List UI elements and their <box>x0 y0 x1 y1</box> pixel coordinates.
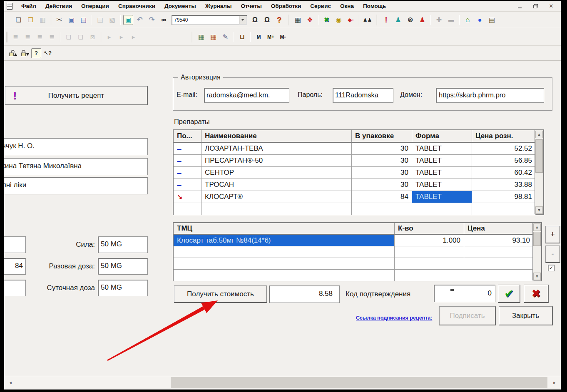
horizontal-scrollbar[interactable]: ◂ ▸ <box>4 376 561 389</box>
drug-marker-cell[interactable]: – <box>174 155 201 167</box>
find-icon[interactable]: ∞ <box>158 15 169 25</box>
help-icon[interactable]: ? <box>274 15 285 25</box>
drug-name-cell[interactable]: СЕНТОР <box>201 167 352 179</box>
search-combo[interactable]: 79540 <box>172 15 247 25</box>
drug-pack-cell[interactable]: 30 <box>352 155 412 167</box>
tmc-price-cell[interactable] <box>464 246 534 258</box>
vertical-scrollbar[interactable]: ▲▼ <box>532 223 541 280</box>
drug-marker-cell[interactable]: – <box>174 167 201 179</box>
drug-pack-cell[interactable]: 30 <box>352 167 412 179</box>
restore-button[interactable] <box>532 3 538 9</box>
email-field[interactable]: radomska@med.km. <box>204 88 289 103</box>
drug-marker-cell[interactable]: ↘ <box>174 191 201 203</box>
confirm-code-field[interactable]: 0 <box>434 285 495 302</box>
close-form-button[interactable]: Закрыть <box>499 306 553 325</box>
cut-icon[interactable]: ✂ <box>54 15 65 25</box>
drug-form-cell[interactable]: TABLET <box>412 167 472 179</box>
gold-coin-icon[interactable]: ◉ <box>333 15 344 25</box>
tmc-qty-cell[interactable]: 1.000 <box>395 235 464 246</box>
drugs-table-row[interactable]: –ТРОСАН30TABLET33.88 <box>174 179 543 191</box>
two-people-icon[interactable]: ♟♟ <box>362 15 373 25</box>
doctor-field[interactable]: мінчук Н. О. <box>4 138 148 155</box>
close-button[interactable]: ✕ <box>548 3 554 9</box>
program-field[interactable]: тупні ліки <box>4 177 148 194</box>
green-cross-icon[interactable]: ✖ <box>321 15 332 25</box>
redo-icon[interactable]: ↷ <box>146 15 157 25</box>
lock-icon[interactable] <box>19 48 30 58</box>
drugs-column-header[interactable]: Цена розн. <box>472 130 536 143</box>
drug-price-cell[interactable]: 33.88 <box>472 179 536 191</box>
drugs-column-header[interactable]: По... <box>174 130 201 143</box>
system-menu-icon[interactable] <box>7 3 12 10</box>
menu-references[interactable]: Справочники <box>114 3 160 9</box>
tmc-name-cell[interactable] <box>174 246 395 258</box>
paste-icon[interactable]: ▤ <box>78 15 89 25</box>
drugs-table-row[interactable] <box>174 203 543 215</box>
menu-journals[interactable]: Журналы <box>201 3 236 9</box>
drugs-column-header[interactable]: Форма <box>412 130 472 143</box>
drug-pack-cell[interactable]: 84 <box>352 191 412 203</box>
drug-form-cell[interactable]: TABLET <box>412 155 472 167</box>
drug-marker-cell[interactable]: – <box>174 143 201 155</box>
domain-field[interactable]: https://skarb.phrm.pro <box>436 88 544 103</box>
tmc-price-cell[interactable] <box>464 258 534 270</box>
find-next-icon[interactable]: Ω <box>249 15 261 25</box>
plus-icon[interactable]: ✚ <box>433 15 445 25</box>
filter-lamp-icon[interactable]: ▣ <box>123 15 133 25</box>
drugs-table[interactable]: По...НаименованиеВ упаковкеФормаЦена роз… <box>173 129 544 215</box>
scrollbar-thumb[interactable] <box>171 377 547 388</box>
scrollbar-thumb[interactable] <box>533 232 541 246</box>
new-document-icon[interactable]: ❏ <box>13 15 24 25</box>
copy-icon[interactable]: ▣ <box>66 15 77 25</box>
dropdown-arrow-icon[interactable] <box>239 16 246 24</box>
minus-icon[interactable]: ▬ <box>445 15 457 25</box>
drugs-column-header[interactable]: В упаковке <box>352 130 412 143</box>
memory-icon[interactable]: M <box>253 32 264 42</box>
vertical-scrollbar[interactable]: ▲▼ <box>535 130 543 214</box>
patient-field[interactable]: жжина Тетяна Миколаївна <box>4 158 148 175</box>
tmc-column-header[interactable]: ТМЦ <box>174 223 395 235</box>
drug-price-cell[interactable]: 52.52 <box>472 143 536 155</box>
tmc-table-row[interactable]: Клосарт таб.50мг №84(14*6)1.00093.10 <box>174 235 541 246</box>
lookup-icon[interactable]: ✎ <box>220 32 231 42</box>
unlock-icon[interactable] <box>7 48 18 58</box>
drug-price-cell[interactable]: 56.85 <box>472 155 536 167</box>
red-bow-icon[interactable]: ❖ <box>304 15 316 25</box>
drug-price-cell[interactable] <box>472 203 536 215</box>
find-prev-icon[interactable]: Ω <box>261 15 273 25</box>
tmc-price-cell[interactable] <box>464 270 534 281</box>
drug-form-cell[interactable] <box>412 203 472 215</box>
tmc-table-row[interactable] <box>174 270 541 281</box>
red-minus-icon[interactable]: ◆- <box>345 15 356 25</box>
menu-file[interactable]: Файл <box>17 3 41 9</box>
help-box-icon[interactable]: ? <box>31 48 41 58</box>
scroll-left-icon[interactable]: ◂ <box>5 377 16 388</box>
sign-link[interactable]: Ссылка подписания рецепта: <box>356 315 432 321</box>
single-dose-field[interactable]: 50 MG <box>98 258 148 275</box>
tmc-qty-cell[interactable] <box>395 270 464 281</box>
drug-price-cell[interactable]: 60.42 <box>472 167 536 179</box>
drug-form-cell[interactable]: TABLET <box>412 143 472 155</box>
scrollbar-thumb[interactable] <box>535 139 543 173</box>
drug-form-cell[interactable]: TABLET <box>412 191 472 203</box>
drugs-column-header[interactable]: Наименование <box>201 130 352 143</box>
drugs-table-row[interactable]: –ЛОЗАРТАН-ТЕВА30TABLET52.52 <box>174 143 543 155</box>
memory-minus-icon[interactable]: M- <box>277 32 288 42</box>
dose-aux-field-1[interactable] <box>4 236 26 253</box>
confirm-cancel-button[interactable]: ✖ <box>524 285 549 303</box>
memory-plus-icon[interactable]: M+ <box>265 32 276 42</box>
calculator-icon[interactable]: ▦ <box>196 32 207 42</box>
scroll-right-icon[interactable]: ▸ <box>549 377 560 388</box>
dark-globe-icon[interactable]: ⊗ <box>405 15 416 25</box>
drugs-table-row[interactable]: –СЕНТОР30TABLET60.42 <box>174 167 543 179</box>
red-exclaim-person-icon[interactable]: ! <box>380 15 392 25</box>
card-index-icon[interactable]: ▤ <box>486 15 497 25</box>
book-icon[interactable]: ⊔ <box>236 32 248 42</box>
open-folder-icon[interactable]: ❒ <box>25 15 36 25</box>
sign-button[interactable]: Подписать <box>439 306 496 325</box>
tmc-name-cell[interactable]: Клосарт таб.50мг №84(14*6) <box>174 235 395 246</box>
tmc-name-cell[interactable] <box>174 270 395 281</box>
scroll-up-icon[interactable]: ▲ <box>535 131 543 138</box>
blue-drop-icon[interactable]: ● <box>474 15 485 25</box>
scroll-up-icon[interactable]: ▲ <box>533 223 541 231</box>
